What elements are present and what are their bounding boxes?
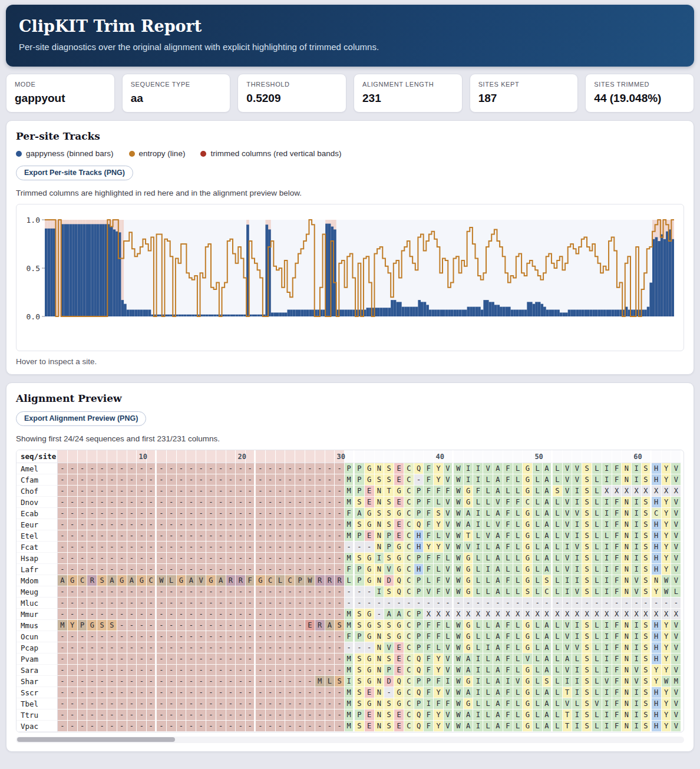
residue-cell: - [236,676,246,687]
residue-cell: S [582,687,592,698]
residue-cell: L [592,586,602,598]
residue-cell: - [226,486,236,497]
gappyness-bar [600,310,603,316]
residue-cell: - [196,642,206,654]
residue-cell: C [404,486,414,497]
export-alignment-button[interactable]: Export Alignment Preview (PNG) [16,411,146,426]
residue-cell: L [513,586,523,598]
gappyness-bar [470,307,473,316]
stat-label: SITES TRIMMED [594,81,685,88]
residue-cell: - [68,497,78,508]
residue-cell: - [642,598,652,609]
sequence-label: Hsap [16,553,58,564]
residue-cell: F [424,665,434,676]
residue-cell: Q [414,519,424,530]
residue-cell: L [553,542,563,553]
residue-cell: E [394,642,404,654]
residue-cell: - [157,687,167,698]
residue-cell: P [414,586,424,598]
gappyness-bar [612,310,615,316]
residue-cell: - [325,519,335,530]
gappyness-bar [445,310,448,316]
residue-cell: - [167,542,177,553]
residue-cell: - [325,709,335,721]
gappyness-bar [124,304,127,316]
tracks-chart-svg[interactable]: 1.00.50.0 [16,204,684,348]
residue-cell: F [612,631,622,642]
residue-cell: - [97,687,107,698]
residue-cell: H [652,642,662,654]
residue-cell: L [473,631,483,642]
residue-cell: S [384,698,394,709]
residue-cell: S [384,631,394,642]
ruler-cell [513,450,523,463]
residue-cell: - [285,508,295,519]
residue-cell: - [87,654,97,665]
residue-cell: H [652,474,662,486]
residue-cell: E [305,620,315,631]
residue-cell: G [394,553,404,564]
residue-cell: L [513,564,523,575]
residue-cell: V [513,676,523,687]
gappyness-bar [388,308,391,316]
residue-cell: F [345,631,355,642]
ruler-number: 30 [336,450,345,463]
residue-cell: - [285,676,295,687]
residue-cell: A [543,474,553,486]
residue-cell: F [612,463,622,474]
residue-cell: - [256,542,266,553]
residue-cell: - [434,598,444,609]
residue-cell: A [543,530,553,542]
sequence-label: Ttru [16,709,58,721]
residue-cell: F [612,665,622,676]
residue-cell: V [563,497,573,508]
residue-cell: I [602,654,612,665]
residue-cell: Y [434,665,444,676]
gappyness-bar [102,224,105,316]
residue-cell: - [177,508,187,519]
residue-cell: - [404,598,414,609]
residue-cell: - [157,519,167,530]
residue-cell: I [563,542,573,553]
residue-cell: F [612,497,622,508]
ruler-cell [612,450,622,463]
residue-cell: A [464,654,474,665]
residue-cell: - [196,586,206,598]
scrollbar-thumb[interactable] [17,737,175,742]
residue-cell: Y [652,586,662,598]
residue-cell: - [266,609,276,620]
residue-cell: P [414,575,424,586]
residue-cell: C [404,508,414,519]
residue-cell: W [454,553,464,564]
residue-cell: - [602,598,612,609]
per-site-chart[interactable]: 1.00.50.0 [16,204,684,351]
residue-cell: N [375,687,385,698]
residue-cell: P [355,709,365,721]
residue-cell: - [107,709,117,721]
residue-cell: I [632,474,642,486]
residue-cell: L [513,463,523,474]
residue-cell: L [513,698,523,709]
residue-cell: L [553,530,563,542]
residue-cell: - [58,463,68,474]
residue-cell: - [117,463,127,474]
residue-cell: L [533,530,543,542]
residue-cell: - [236,609,246,620]
residue-cell: - [266,474,276,486]
residue-cell: M [58,620,68,631]
tracks-panel-title: Per-site Tracks [16,130,684,142]
residue-cell: A [493,698,503,709]
residue-cell: F [424,553,434,564]
residue-cell: - [295,519,305,530]
residue-cell: W [454,575,464,586]
residue-cell: V [444,665,454,676]
residue-cell: L [553,654,563,665]
residue-cell: L [483,676,493,687]
alignment-horizontal-scrollbar[interactable] [16,737,684,743]
gappyness-bar [295,310,298,316]
residue-cell: S [582,542,592,553]
export-tracks-button[interactable]: Export Per-site Tracks (PNG) [16,166,133,180]
residue-cell: N [375,575,385,586]
residue-cell: - [662,598,672,609]
residue-cell: - [246,598,256,609]
